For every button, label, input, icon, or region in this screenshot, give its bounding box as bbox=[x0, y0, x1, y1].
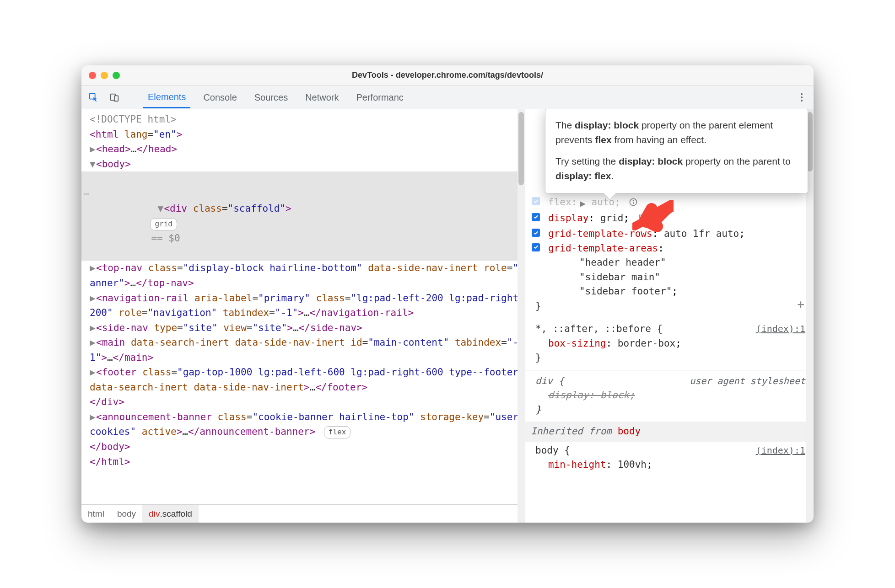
selected-node-indicator: == $0 bbox=[151, 233, 180, 244]
gta-line3[interactable]: "sidebar footer" bbox=[579, 286, 672, 297]
dom-head[interactable]: ▶<head>…</head> bbox=[90, 142, 525, 157]
prop-display-value[interactable]: grid bbox=[600, 213, 624, 224]
maximize-window-button[interactable] bbox=[113, 72, 120, 79]
dom-html-close[interactable]: </html> bbox=[90, 454, 525, 470]
dom-html-open[interactable]: <html lang="en"> bbox=[90, 127, 525, 142]
toolbar-separator bbox=[132, 91, 132, 104]
checkbox-gtr[interactable] bbox=[532, 229, 540, 237]
window-title: DevTools - developer.chrome.com/tags/dev… bbox=[81, 70, 814, 80]
prop-minheight-value[interactable]: 100vh bbox=[618, 459, 647, 470]
breadcrumb-html[interactable]: html bbox=[81, 509, 111, 519]
style-rule-universal[interactable]: (index):1 *, ::after, ::before { box-siz… bbox=[530, 320, 809, 368]
inherited-from-header: Inherited from body bbox=[525, 422, 814, 442]
prop-boxsizing-value[interactable]: border-box bbox=[618, 338, 675, 349]
close-window-button[interactable] bbox=[89, 72, 96, 79]
svg-rect-2 bbox=[114, 96, 118, 101]
minimize-window-button[interactable] bbox=[101, 72, 108, 79]
styles-panel: flex:▶ auto; display: grid; grid-templat… bbox=[525, 109, 814, 523]
rule2-source[interactable]: (index):1 bbox=[756, 322, 805, 336]
hint-tooltip: The display: block property on the paren… bbox=[545, 109, 808, 193]
breadcrumb: html body div.scaffold bbox=[81, 504, 525, 523]
rule3-source: user agent stylesheet bbox=[690, 374, 805, 388]
expand-icon[interactable]: ▶ bbox=[580, 197, 586, 211]
dom-body-close[interactable]: </body> bbox=[90, 439, 525, 454]
prop-display-name: display bbox=[548, 213, 589, 224]
window-controls bbox=[89, 72, 120, 79]
main-content: <!DOCTYPE html> <html lang="en"> ▶<head>… bbox=[81, 109, 814, 523]
dom-tree[interactable]: <!DOCTYPE html> <html lang="en"> ▶<head>… bbox=[81, 109, 525, 504]
gta-line1[interactable]: "header header" bbox=[579, 257, 666, 268]
dom-doctype[interactable]: <!DOCTYPE html> bbox=[90, 114, 177, 125]
more-menu-icon[interactable] bbox=[795, 91, 808, 104]
titlebar: DevTools - developer.chrome.com/tags/dev… bbox=[81, 65, 814, 86]
devtools-window: DevTools - developer.chrome.com/tags/dev… bbox=[81, 65, 814, 523]
prop-gta-name: grid-template-areas bbox=[548, 243, 658, 254]
tab-console[interactable]: Console bbox=[199, 87, 241, 107]
style-rule-body[interactable]: (index):1 body { min-height: 100vh; bbox=[530, 442, 809, 475]
tab-elements[interactable]: Elements bbox=[143, 86, 190, 108]
devtools-toolbar: Elements Console Sources Network Perform… bbox=[81, 86, 814, 109]
add-property-icon[interactable]: + bbox=[797, 295, 804, 313]
dom-side-nav[interactable]: ▶<side-nav type="site" view="site">…</si… bbox=[90, 321, 525, 336]
prop-gtr-value[interactable]: auto 1fr auto bbox=[664, 228, 739, 239]
dom-footer[interactable]: ▶<footer class="gap-top-1000 lg:pad-left… bbox=[90, 365, 525, 395]
checkbox-flex[interactable] bbox=[532, 197, 540, 205]
prop-display-block-struck: display: block; bbox=[543, 388, 809, 403]
dom-main[interactable]: ▶<main data-search-inert data-side-nav-i… bbox=[90, 335, 525, 365]
dom-scaffold-row[interactable]: ⋯ ▼<div class="scaffold"> grid == $0 bbox=[81, 171, 525, 261]
dom-navigation-rail[interactable]: ▶<navigation-rail aria-label="primary" c… bbox=[90, 291, 525, 321]
tab-sources[interactable]: Sources bbox=[250, 87, 292, 107]
rule2-close: } bbox=[535, 351, 809, 365]
dom-announcement-banner[interactable]: ▶<announcement-banner class="cookie-bann… bbox=[90, 410, 525, 439]
prop-minheight-name: min-height bbox=[548, 459, 606, 470]
grid-badge[interactable]: grid bbox=[150, 218, 177, 230]
dom-panel: <!DOCTYPE html> <html lang="en"> ▶<head>… bbox=[81, 109, 525, 523]
rule1-close: } bbox=[535, 299, 809, 314]
flex-badge[interactable]: flex bbox=[324, 426, 351, 438]
checkbox-gta[interactable] bbox=[532, 243, 540, 251]
inspect-icon[interactable] bbox=[87, 91, 100, 104]
prop-boxsizing-name: box-sizing bbox=[548, 338, 606, 349]
prop-flex-name: flex bbox=[548, 197, 572, 208]
breadcrumb-selected[interactable]: div.scaffold bbox=[142, 505, 199, 523]
rule3-close: } bbox=[535, 403, 809, 417]
dom-top-nav[interactable]: ▶<top-nav class="display-block hairline-… bbox=[90, 261, 525, 290]
dom-scrollbar[interactable] bbox=[518, 109, 525, 523]
tab-network[interactable]: Network bbox=[301, 87, 343, 107]
tab-performance[interactable]: Performanc bbox=[352, 87, 408, 107]
device-toggle-icon[interactable] bbox=[108, 91, 121, 104]
dom-div-close[interactable]: </div> bbox=[90, 395, 525, 410]
annotation-arrow-icon bbox=[632, 200, 674, 241]
gta-line2[interactable]: "sidebar main" bbox=[579, 272, 660, 283]
style-rule-ua-div[interactable]: user agent stylesheet div { display: blo… bbox=[530, 372, 809, 420]
breadcrumb-body[interactable]: body bbox=[111, 509, 142, 519]
dom-body-open[interactable]: ▼<body> bbox=[90, 157, 525, 172]
rule4-source[interactable]: (index):1 bbox=[756, 444, 805, 457]
checkbox-display[interactable] bbox=[532, 213, 540, 221]
